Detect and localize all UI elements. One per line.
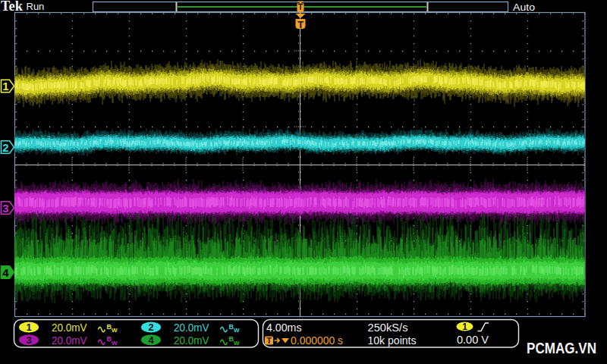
svg-text:4.00ms: 4.00ms <box>266 321 302 334</box>
svg-text:4: 4 <box>148 334 154 346</box>
svg-text:T: T <box>266 336 272 345</box>
svg-text:Tek: Tek <box>1 0 23 14</box>
svg-text:3: 3 <box>26 334 31 346</box>
svg-text:W: W <box>112 327 118 334</box>
svg-text:2: 2 <box>148 322 153 333</box>
svg-text:0.000000 s: 0.000000 s <box>291 334 343 347</box>
svg-text:250kS/s: 250kS/s <box>368 321 408 334</box>
svg-text:Run: Run <box>27 1 45 12</box>
svg-text:3: 3 <box>2 202 8 215</box>
svg-text:T: T <box>298 2 304 11</box>
svg-text:20.0mV: 20.0mV <box>174 334 209 347</box>
svg-text:W: W <box>234 327 240 334</box>
svg-text:T: T <box>297 19 304 30</box>
svg-text:10k points: 10k points <box>368 334 417 347</box>
svg-text:W: W <box>234 340 240 347</box>
svg-text:2: 2 <box>2 141 8 154</box>
svg-text:1: 1 <box>26 322 31 333</box>
svg-text:4: 4 <box>2 266 9 279</box>
svg-text:0.00 V: 0.00 V <box>457 333 489 346</box>
svg-text:20.0mV: 20.0mV <box>52 334 87 347</box>
svg-text:1: 1 <box>462 322 467 332</box>
svg-text:PCMAG.VN: PCMAG.VN <box>527 339 596 356</box>
svg-text:20.0mV: 20.0mV <box>174 321 209 334</box>
svg-text:Auto: Auto <box>513 2 535 13</box>
svg-text:W: W <box>112 340 118 347</box>
svg-text:1: 1 <box>2 80 8 93</box>
svg-text:20.0mV: 20.0mV <box>52 321 87 334</box>
